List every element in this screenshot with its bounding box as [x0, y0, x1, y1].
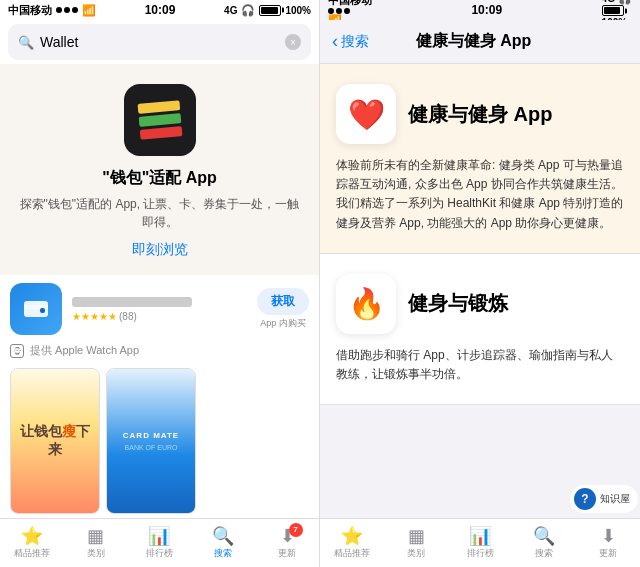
right-nav-bar: ‹ 搜索 健康与健身 App — [320, 20, 640, 64]
rating-count: (88) — [119, 311, 137, 322]
fitness-app-icon: 🔥 — [336, 274, 396, 334]
right-tab-bar: ⭐ 精品推荐 ▦ 类别 📊 排行榜 🔍 搜索 ⬇ 更新 — [320, 518, 640, 567]
battery-icon — [259, 5, 281, 16]
wifi-icon: 📶 — [82, 4, 96, 17]
fitness-header: 🔥 健身与锻炼 — [336, 274, 624, 334]
right-time-label: 10:09 — [471, 3, 502, 17]
right-content: ❤️ 健康与健身 App 体验前所未有的全新健康革命: 健身类 App 可与热量… — [320, 64, 640, 518]
search-clear-button[interactable]: × — [285, 34, 301, 50]
right-tab-ranking[interactable]: 📊 排行榜 — [448, 527, 512, 560]
right-categories-icon: ▦ — [408, 527, 425, 545]
wallet-cards-graphic — [137, 100, 182, 140]
health-app-title: 健康与健身 App — [408, 101, 552, 128]
nav-title: 健康与健身 App — [369, 31, 578, 52]
right-panel: 中国移动 📶 10:09 4G 🎧 100% ‹ — [320, 0, 640, 567]
tab-search[interactable]: 🔍 搜索 — [191, 527, 255, 560]
get-button[interactable]: 获取 — [257, 288, 309, 315]
watermark-logo-icon: ? — [581, 492, 588, 506]
network-icon: 4G — [224, 5, 237, 16]
wallet-card-1 — [137, 100, 180, 114]
screenshots-row: 让钱包瘦下来 CARD MATE BANK OF EURO — [0, 364, 319, 518]
fitness-app-title: 健身与锻炼 — [408, 290, 508, 317]
left-status-bar: 中国移动 📶 10:09 4G 🎧 100% — [0, 0, 319, 20]
wallet-card-2 — [138, 113, 181, 127]
right-network-icon: 4G — [602, 0, 615, 4]
carrier-label: 中国移动 — [8, 3, 52, 18]
card-mate-label: CARD MATE — [123, 431, 179, 440]
back-chevron-icon: ‹ — [332, 31, 338, 52]
tab-categories[interactable]: ▦ 类别 — [64, 527, 128, 560]
categories-label: 类别 — [87, 547, 105, 560]
apple-watch-text: 提供 Apple Watch App — [30, 343, 139, 358]
stars-icon: ★★★★★ — [72, 311, 117, 322]
health-section: ❤️ 健康与健身 App 体验前所未有的全新健康革命: 健身类 App 可与热量… — [320, 64, 640, 254]
health-description: 体验前所未有的全新健康革命: 健身类 App 可与热量追踪器互动沟通, 众多出色… — [336, 156, 624, 233]
wallet-icon-svg — [22, 295, 50, 323]
screenshot-img-2: CARD MATE BANK OF EURO — [107, 369, 195, 513]
right-ranking-icon: 📊 — [469, 527, 491, 545]
left-status-right: 4G 🎧 100% — [224, 4, 311, 17]
fitness-description: 借助跑步和骑行 App、计步追踪器、瑜伽指南与私人教练，让锻炼事半功倍。 — [336, 346, 624, 384]
right-carrier-label: 中国移动 — [328, 0, 372, 6]
right-ranking-label: 排行榜 — [467, 547, 494, 560]
wallet-app-icon — [124, 84, 196, 156]
right-battery-icon — [602, 5, 624, 16]
flame-icon: 🔥 — [348, 286, 385, 321]
updates-badge: 7 — [289, 523, 303, 537]
screenshot-2: CARD MATE BANK OF EURO — [106, 368, 196, 514]
search-input[interactable]: Wallet — [40, 34, 279, 50]
svg-rect-1 — [24, 305, 48, 309]
wallet-card-3 — [139, 126, 182, 140]
svg-rect-2 — [40, 308, 45, 313]
left-panel: 中国移动 📶 10:09 4G 🎧 100% 🔍 Walle — [0, 0, 320, 567]
app-stars: ★★★★★ (88) — [72, 311, 247, 322]
right-categories-label: 类别 — [407, 547, 425, 560]
heart-icon: ❤️ — [348, 97, 385, 132]
health-header: ❤️ 健康与健身 App — [336, 84, 624, 144]
featured-label: 精品推荐 — [14, 547, 50, 560]
right-tab-updates[interactable]: ⬇ 更新 — [576, 527, 640, 560]
app-name-blurred — [72, 297, 192, 307]
banner-title: "钱包"适配 App — [102, 168, 217, 189]
right-tab-categories[interactable]: ▦ 类别 — [384, 527, 448, 560]
fitness-section: 🔥 健身与锻炼 借助跑步和骑行 App、计步追踪器、瑜伽指南与私人教练，让锻炼事… — [320, 254, 640, 405]
watermark-text: 知识屋 — [600, 492, 630, 506]
featured-icon: ⭐ — [21, 527, 43, 545]
back-button[interactable]: ‹ 搜索 — [332, 31, 369, 52]
app-list-item: ★★★★★ (88) 获取 App 内购买 — [10, 283, 309, 335]
banner-cta-button[interactable]: 即刻浏览 — [132, 241, 188, 259]
search-icon: 🔍 — [18, 35, 34, 50]
screenshot-img-1: 让钱包瘦下来 — [11, 369, 99, 513]
right-search-icon: 🔍 — [533, 527, 555, 545]
tab-featured[interactable]: ⭐ 精品推荐 — [0, 527, 64, 560]
in-app-purchase-label: App 内购买 — [260, 317, 306, 330]
app-info: ★★★★★ (88) — [72, 297, 247, 322]
left-status-left: 中国移动 📶 — [8, 3, 96, 18]
right-search-label: 搜索 — [535, 547, 553, 560]
search-bar[interactable]: 🔍 Wallet × — [8, 24, 311, 60]
right-tab-search[interactable]: 🔍 搜索 — [512, 527, 576, 560]
right-status-bar: 中国移动 📶 10:09 4G 🎧 100% — [320, 0, 640, 20]
right-tab-featured[interactable]: ⭐ 精品推荐 — [320, 527, 384, 560]
ranking-icon: 📊 — [148, 527, 170, 545]
health-app-icon: ❤️ — [336, 84, 396, 144]
right-updates-icon: ⬇ — [601, 527, 616, 545]
banner-section: "钱包"适配 App 探索"钱包"适配的 App, 让票、卡、券集于一处，一触即… — [0, 64, 319, 275]
time-label: 10:09 — [145, 3, 176, 17]
tab-updates[interactable]: ⬇ 7 更新 — [255, 527, 319, 560]
watermark-logo: ? — [574, 488, 596, 510]
signal-icon — [56, 7, 78, 13]
tab-ranking[interactable]: 📊 排行榜 — [128, 527, 192, 560]
back-label: 搜索 — [341, 33, 369, 51]
screenshot-1: 让钱包瘦下来 — [10, 368, 100, 514]
updates-label: 更新 — [278, 547, 296, 560]
right-featured-label: 精品推荐 — [334, 547, 370, 560]
updates-badge-container: ⬇ 7 — [280, 527, 295, 545]
get-button-col: 获取 App 内购买 — [257, 288, 309, 330]
watermark: ? 知识屋 — [570, 485, 638, 513]
right-featured-icon: ⭐ — [341, 527, 363, 545]
apple-watch-icon: ⌚ — [10, 344, 24, 358]
right-updates-label: 更新 — [599, 547, 617, 560]
bank-label: BANK OF EURO — [125, 444, 178, 451]
right-headphone-icon: 🎧 — [618, 0, 632, 4]
